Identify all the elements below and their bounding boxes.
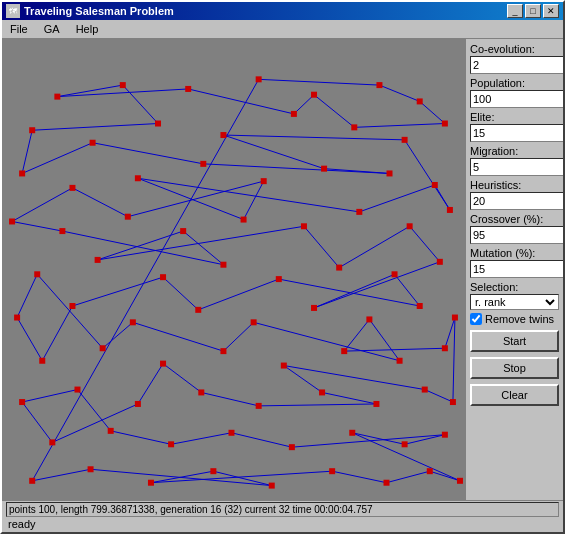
tsp-canvas[interactable] <box>2 39 465 500</box>
elite-spin: ▲ ▼ <box>470 124 559 142</box>
title-buttons: _ □ ✕ <box>507 4 559 18</box>
status-bar: points 100, length 799.36871338, generat… <box>2 500 563 532</box>
status-ready: ready <box>6 517 559 531</box>
remove-twins-checkbox[interactable] <box>470 313 482 325</box>
mutation-label: Mutation (%): <box>470 247 559 259</box>
clear-button[interactable]: Clear <box>470 384 559 406</box>
window-title: Traveling Salesman Problem <box>24 5 174 17</box>
mutation-group: Mutation (%): ▲ ▼ <box>470 247 559 278</box>
crossover-label: Crossover (%): <box>470 213 559 225</box>
window-icon: 🗺 <box>6 4 20 18</box>
canvas-area <box>2 39 465 500</box>
selection-group: Selection: r. rank tournament roulette <box>470 281 559 310</box>
population-input[interactable] <box>470 90 563 108</box>
elite-input[interactable] <box>470 124 563 142</box>
elite-group: Elite: ▲ ▼ <box>470 111 559 142</box>
heuristics-spin: ▲ ▼ <box>470 192 559 210</box>
migration-input[interactable] <box>470 158 563 176</box>
population-spin: ▲ ▼ <box>470 90 559 108</box>
selection-select[interactable]: r. rank tournament roulette <box>470 294 559 310</box>
migration-label: Migration: <box>470 145 559 157</box>
remove-twins-label: Remove twins <box>485 313 554 325</box>
close-button[interactable]: ✕ <box>543 4 559 18</box>
remove-twins-row: Remove twins <box>470 313 559 325</box>
main-window: 🗺 Traveling Salesman Problem _ □ ✕ File … <box>0 0 565 534</box>
menu-ga[interactable]: GA <box>40 22 64 36</box>
migration-group: Migration: ▲ ▼ <box>470 145 559 176</box>
status-line1: points 100, length 799.36871338, generat… <box>6 502 559 517</box>
population-group: Population: ▲ ▼ <box>470 77 559 108</box>
heuristics-label: Heuristics: <box>470 179 559 191</box>
heuristics-group: Heuristics: ▲ ▼ <box>470 179 559 210</box>
maximize-button[interactable]: □ <box>525 4 541 18</box>
right-panel: Co-evolution: ▲ ▼ Population: ▲ ▼ <box>465 39 563 500</box>
menu-help[interactable]: Help <box>72 22 103 36</box>
population-label: Population: <box>470 77 559 89</box>
migration-spin: ▲ ▼ <box>470 158 559 176</box>
coevolution-label: Co-evolution: <box>470 43 559 55</box>
coevolution-spin: ▲ ▼ <box>470 56 559 74</box>
menu-bar: File GA Help <box>2 20 563 39</box>
main-area: Co-evolution: ▲ ▼ Population: ▲ ▼ <box>2 39 563 500</box>
selection-label: Selection: <box>470 281 559 293</box>
coevolution-input[interactable] <box>470 56 563 74</box>
minimize-button[interactable]: _ <box>507 4 523 18</box>
coevolution-group: Co-evolution: ▲ ▼ <box>470 43 559 74</box>
start-button[interactable]: Start <box>470 330 559 352</box>
crossover-spin: ▲ ▼ <box>470 226 559 244</box>
heuristics-input[interactable] <box>470 192 563 210</box>
mutation-input[interactable] <box>470 260 563 278</box>
mutation-spin: ▲ ▼ <box>470 260 559 278</box>
crossover-group: Crossover (%): ▲ ▼ <box>470 213 559 244</box>
title-bar: 🗺 Traveling Salesman Problem _ □ ✕ <box>2 2 563 20</box>
menu-file[interactable]: File <box>6 22 32 36</box>
stop-button[interactable]: Stop <box>470 357 559 379</box>
elite-label: Elite: <box>470 111 559 123</box>
crossover-input[interactable] <box>470 226 563 244</box>
